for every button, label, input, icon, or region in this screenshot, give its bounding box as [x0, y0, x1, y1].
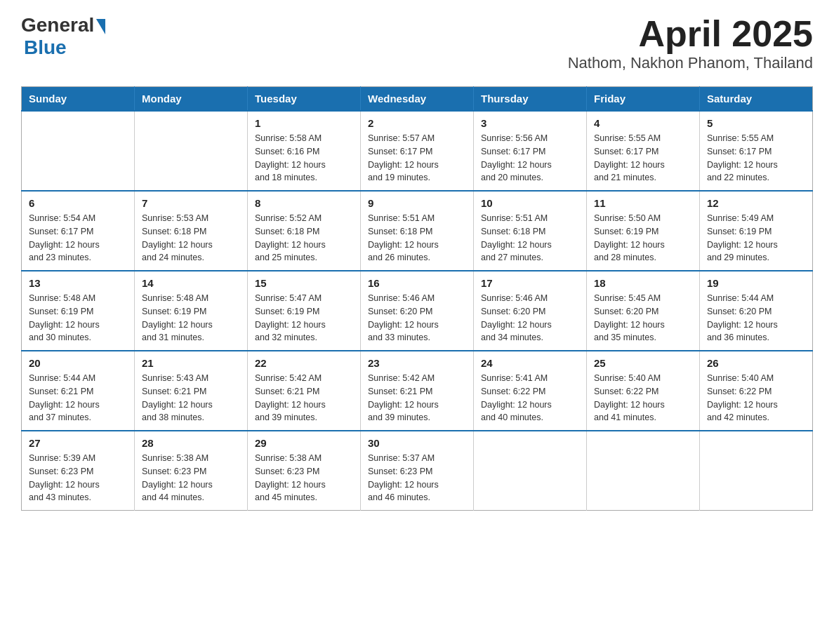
day-info: Sunrise: 5:49 AM Sunset: 6:19 PM Dayligh…	[707, 212, 805, 264]
calendar-cell	[700, 431, 813, 511]
day-number: 29	[255, 437, 353, 449]
day-number: 28	[142, 437, 240, 449]
day-number: 27	[29, 437, 127, 449]
calendar-body: 1Sunrise: 5:58 AM Sunset: 6:16 PM Daylig…	[22, 111, 813, 511]
day-of-week-thursday: Thursday	[474, 87, 587, 112]
day-info: Sunrise: 5:39 AM Sunset: 6:23 PM Dayligh…	[29, 452, 127, 504]
calendar-cell: 8Sunrise: 5:52 AM Sunset: 6:18 PM Daylig…	[248, 191, 361, 271]
week-row-4: 27Sunrise: 5:39 AM Sunset: 6:23 PM Dayli…	[22, 431, 813, 511]
calendar-cell: 23Sunrise: 5:42 AM Sunset: 6:21 PM Dayli…	[361, 351, 474, 431]
day-number: 3	[481, 117, 579, 129]
day-info: Sunrise: 5:40 AM Sunset: 6:22 PM Dayligh…	[594, 372, 692, 424]
day-number: 23	[368, 357, 466, 369]
day-info: Sunrise: 5:37 AM Sunset: 6:23 PM Dayligh…	[368, 452, 466, 504]
day-info: Sunrise: 5:52 AM Sunset: 6:18 PM Dayligh…	[255, 212, 353, 264]
calendar-cell: 12Sunrise: 5:49 AM Sunset: 6:19 PM Dayli…	[700, 191, 813, 271]
logo-general: General	[21, 14, 94, 36]
week-row-0: 1Sunrise: 5:58 AM Sunset: 6:16 PM Daylig…	[22, 111, 813, 191]
calendar-cell: 1Sunrise: 5:58 AM Sunset: 6:16 PM Daylig…	[248, 111, 361, 191]
day-number: 20	[29, 357, 127, 369]
day-number: 17	[481, 277, 579, 289]
calendar-cell: 13Sunrise: 5:48 AM Sunset: 6:19 PM Dayli…	[22, 271, 135, 351]
day-info: Sunrise: 5:42 AM Sunset: 6:21 PM Dayligh…	[255, 372, 353, 424]
day-number: 18	[594, 277, 692, 289]
calendar-header: SundayMondayTuesdayWednesdayThursdayFrid…	[22, 87, 813, 112]
page-subtitle: Nathom, Nakhon Phanom, Thailand	[568, 54, 813, 72]
calendar-cell	[474, 431, 587, 511]
calendar-cell: 16Sunrise: 5:46 AM Sunset: 6:20 PM Dayli…	[361, 271, 474, 351]
calendar-cell: 5Sunrise: 5:55 AM Sunset: 6:17 PM Daylig…	[700, 111, 813, 191]
day-of-week-tuesday: Tuesday	[248, 87, 361, 112]
day-info: Sunrise: 5:51 AM Sunset: 6:18 PM Dayligh…	[368, 212, 466, 264]
day-info: Sunrise: 5:42 AM Sunset: 6:21 PM Dayligh…	[368, 372, 466, 424]
week-row-2: 13Sunrise: 5:48 AM Sunset: 6:19 PM Dayli…	[22, 271, 813, 351]
day-number: 5	[707, 117, 805, 129]
day-number: 15	[255, 277, 353, 289]
day-info: Sunrise: 5:57 AM Sunset: 6:17 PM Dayligh…	[368, 132, 466, 185]
day-number: 16	[368, 277, 466, 289]
day-number: 1	[255, 117, 353, 129]
day-of-week-monday: Monday	[135, 87, 248, 112]
day-number: 22	[255, 357, 353, 369]
logo-blue: Blue	[24, 36, 67, 59]
calendar-cell: 17Sunrise: 5:46 AM Sunset: 6:20 PM Dayli…	[474, 271, 587, 351]
calendar-cell: 2Sunrise: 5:57 AM Sunset: 6:17 PM Daylig…	[361, 111, 474, 191]
days-of-week-row: SundayMondayTuesdayWednesdayThursdayFrid…	[22, 87, 813, 112]
calendar-cell: 27Sunrise: 5:39 AM Sunset: 6:23 PM Dayli…	[22, 431, 135, 511]
logo: General Blue	[21, 14, 105, 59]
day-info: Sunrise: 5:38 AM Sunset: 6:23 PM Dayligh…	[142, 452, 240, 504]
calendar-cell: 15Sunrise: 5:47 AM Sunset: 6:19 PM Dayli…	[248, 271, 361, 351]
calendar-cell: 21Sunrise: 5:43 AM Sunset: 6:21 PM Dayli…	[135, 351, 248, 431]
calendar-cell: 11Sunrise: 5:50 AM Sunset: 6:19 PM Dayli…	[587, 191, 700, 271]
calendar-cell: 19Sunrise: 5:44 AM Sunset: 6:20 PM Dayli…	[700, 271, 813, 351]
day-info: Sunrise: 5:51 AM Sunset: 6:18 PM Dayligh…	[481, 212, 579, 264]
day-number: 9	[368, 197, 466, 209]
day-number: 6	[29, 197, 127, 209]
day-number: 14	[142, 277, 240, 289]
calendar-cell: 4Sunrise: 5:55 AM Sunset: 6:17 PM Daylig…	[587, 111, 700, 191]
day-number: 26	[707, 357, 805, 369]
calendar-cell	[22, 111, 135, 191]
day-number: 19	[707, 277, 805, 289]
day-info: Sunrise: 5:50 AM Sunset: 6:19 PM Dayligh…	[594, 212, 692, 264]
day-info: Sunrise: 5:48 AM Sunset: 6:19 PM Dayligh…	[29, 292, 127, 344]
calendar-cell: 9Sunrise: 5:51 AM Sunset: 6:18 PM Daylig…	[361, 191, 474, 271]
day-of-week-saturday: Saturday	[700, 87, 813, 112]
day-number: 21	[142, 357, 240, 369]
day-number: 4	[594, 117, 692, 129]
day-info: Sunrise: 5:43 AM Sunset: 6:21 PM Dayligh…	[142, 372, 240, 424]
day-info: Sunrise: 5:48 AM Sunset: 6:19 PM Dayligh…	[142, 292, 240, 344]
calendar-cell: 20Sunrise: 5:44 AM Sunset: 6:21 PM Dayli…	[22, 351, 135, 431]
title-block: April 2025 Nathom, Nakhon Phanom, Thaila…	[568, 14, 813, 72]
calendar-cell: 29Sunrise: 5:38 AM Sunset: 6:23 PM Dayli…	[248, 431, 361, 511]
day-of-week-wednesday: Wednesday	[361, 87, 474, 112]
day-number: 10	[481, 197, 579, 209]
calendar-cell: 14Sunrise: 5:48 AM Sunset: 6:19 PM Dayli…	[135, 271, 248, 351]
day-number: 11	[594, 197, 692, 209]
day-info: Sunrise: 5:46 AM Sunset: 6:20 PM Dayligh…	[368, 292, 466, 344]
day-info: Sunrise: 5:58 AM Sunset: 6:16 PM Dayligh…	[255, 132, 353, 185]
day-number: 13	[29, 277, 127, 289]
day-number: 25	[594, 357, 692, 369]
week-row-3: 20Sunrise: 5:44 AM Sunset: 6:21 PM Dayli…	[22, 351, 813, 431]
day-info: Sunrise: 5:56 AM Sunset: 6:17 PM Dayligh…	[481, 132, 579, 185]
calendar-cell: 28Sunrise: 5:38 AM Sunset: 6:23 PM Dayli…	[135, 431, 248, 511]
day-info: Sunrise: 5:47 AM Sunset: 6:19 PM Dayligh…	[255, 292, 353, 344]
day-info: Sunrise: 5:55 AM Sunset: 6:17 PM Dayligh…	[594, 132, 692, 185]
day-number: 24	[481, 357, 579, 369]
day-number: 8	[255, 197, 353, 209]
logo-triangle-icon	[96, 19, 105, 34]
day-info: Sunrise: 5:54 AM Sunset: 6:17 PM Dayligh…	[29, 212, 127, 264]
day-of-week-friday: Friday	[587, 87, 700, 112]
calendar-cell	[135, 111, 248, 191]
day-info: Sunrise: 5:40 AM Sunset: 6:22 PM Dayligh…	[707, 372, 805, 424]
calendar-cell: 10Sunrise: 5:51 AM Sunset: 6:18 PM Dayli…	[474, 191, 587, 271]
calendar-cell: 26Sunrise: 5:40 AM Sunset: 6:22 PM Dayli…	[700, 351, 813, 431]
page-header: General Blue April 2025 Nathom, Nakhon P…	[21, 14, 813, 72]
calendar-cell: 18Sunrise: 5:45 AM Sunset: 6:20 PM Dayli…	[587, 271, 700, 351]
day-info: Sunrise: 5:38 AM Sunset: 6:23 PM Dayligh…	[255, 452, 353, 504]
day-of-week-sunday: Sunday	[22, 87, 135, 112]
day-info: Sunrise: 5:55 AM Sunset: 6:17 PM Dayligh…	[707, 132, 805, 185]
day-number: 7	[142, 197, 240, 209]
day-number: 12	[707, 197, 805, 209]
